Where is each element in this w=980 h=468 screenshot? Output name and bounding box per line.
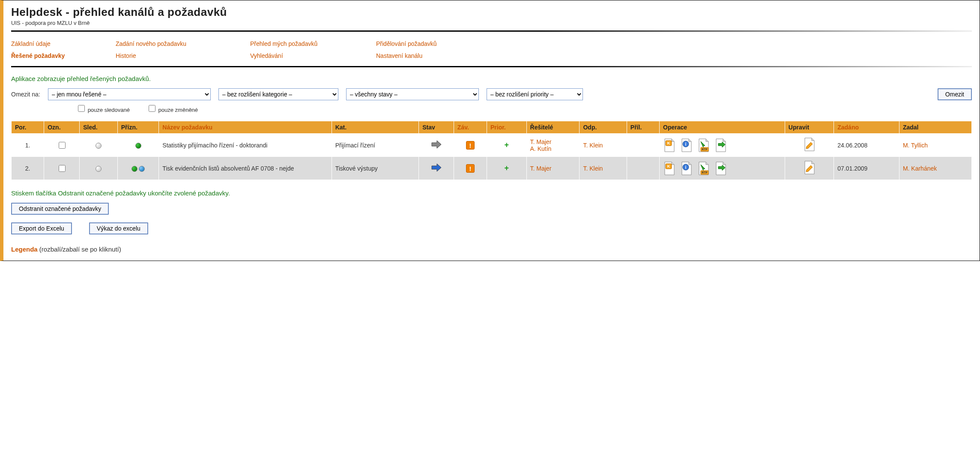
- nav-resene-pozadavky[interactable]: Řešené požadavky: [11, 50, 110, 62]
- watch-dot-icon[interactable]: [96, 143, 102, 149]
- op-rtf-icon[interactable]: RTF: [697, 138, 710, 153]
- op-info-icon[interactable]: i: [680, 138, 693, 153]
- notice-text: Stiskem tlačítka Odstranit označené poža…: [11, 189, 972, 197]
- svg-text:RTF: RTF: [702, 171, 708, 174]
- th-prior[interactable]: Prior.: [487, 121, 526, 134]
- cell-kat: Přijímací řízení: [332, 134, 419, 157]
- export-excel-button[interactable]: Export do Excelu: [11, 222, 72, 234]
- flag-dot-blue-icon: [139, 166, 145, 172]
- svg-text:i: i: [685, 142, 687, 147]
- th-stav: Stav: [419, 121, 454, 134]
- svg-text:RTF: RTF: [702, 148, 708, 151]
- flag-dot-green-icon: [135, 143, 141, 149]
- remove-selected-button[interactable]: Odstranit označené požadavky: [11, 203, 109, 215]
- row-select-checkbox[interactable]: [59, 165, 66, 172]
- th-odp: Odp.: [580, 121, 627, 134]
- submitter-link[interactable]: M. Tyllich: [903, 142, 928, 149]
- priority-plus-icon: +: [504, 141, 509, 149]
- nav-prehled-mych[interactable]: Přehled mých požadavků: [250, 38, 370, 50]
- th-sled: Sled.: [80, 121, 117, 134]
- filter-priority-select[interactable]: – bez rozlišení priority –: [487, 88, 583, 100]
- nav-nastaveni-kanalu[interactable]: Nastavení kanálu: [376, 50, 496, 62]
- op-comment-icon[interactable]: K: [663, 161, 676, 176]
- state-arrow-icon: [431, 166, 442, 173]
- page-title: Helpdesk - přehled kanálů a požadavků: [11, 6, 972, 19]
- chk-sledovane-text: pouze sledované: [88, 107, 130, 113]
- filter-category-select[interactable]: – bez rozlišení kategorie –: [218, 88, 338, 100]
- th-kat: Kat.: [332, 121, 419, 134]
- watch-dot-icon[interactable]: [96, 166, 102, 172]
- cell-nazev: Statistiky přijímacího řízení - doktoran…: [159, 134, 332, 157]
- chk-zmenene[interactable]: [149, 105, 155, 112]
- filter-submit-button[interactable]: Omezit: [938, 88, 972, 100]
- state-arrow-icon: [431, 143, 442, 150]
- severity-warn-icon: !: [466, 164, 475, 173]
- cell-pril: [627, 157, 659, 180]
- nav-zadani-noveho[interactable]: Zadání nového požadavku: [116, 38, 244, 50]
- edit-icon[interactable]: [803, 169, 816, 176]
- intro-text: Aplikace zobrazuje přehled řešených poža…: [11, 75, 972, 82]
- chk-sledovane-label[interactable]: pouze sledované: [76, 104, 130, 113]
- cell-zadano: 07.01.2009: [834, 157, 899, 180]
- th-zav[interactable]: Záv.: [454, 121, 487, 134]
- th-zadano[interactable]: Zadáno: [834, 121, 899, 134]
- nav-historie[interactable]: Historie: [116, 50, 244, 62]
- op-forward-icon[interactable]: [714, 138, 727, 153]
- vykaz-excel-button[interactable]: Výkaz do excelu: [89, 222, 148, 234]
- th-upravit: Upravit: [785, 121, 834, 134]
- cell-por: 1.: [12, 134, 44, 157]
- cell-nazev: Tisk evidenčních listů absolventů AF 070…: [159, 157, 332, 180]
- table-row: 2. Tisk evidenčních listů absolventů AF …: [12, 157, 972, 180]
- nav-vyhledavani[interactable]: Vyhledávání: [250, 50, 370, 62]
- cell-zadano: 24.06.2008: [834, 134, 899, 157]
- th-resitele: Řešitelé: [526, 121, 580, 134]
- nav-pridelovani[interactable]: Přidělování požadavků: [376, 38, 496, 50]
- row-select-checkbox[interactable]: [59, 142, 66, 149]
- cell-resitele: T. MajerA. Kutín: [526, 134, 580, 157]
- nav-menu: Základní údaje Zadání nového požadavku P…: [11, 38, 972, 62]
- edit-icon[interactable]: [803, 146, 816, 153]
- cell-pril: [627, 134, 659, 157]
- chk-sledovane[interactable]: [78, 105, 85, 112]
- divider: [11, 30, 972, 32]
- solver-link[interactable]: T. Majer: [530, 138, 552, 145]
- requests-table: Por. Ozn. Sled. Přízn. Název požadavku K…: [11, 121, 972, 180]
- filter-bar: Omezit na: – jen mnou řešené – – bez roz…: [11, 88, 972, 100]
- op-forward-icon[interactable]: [714, 161, 727, 176]
- filter-solver-select[interactable]: – jen mnou řešené –: [48, 88, 211, 100]
- flag-dot-green-icon: [131, 166, 137, 172]
- th-por: Por.: [12, 121, 44, 134]
- operations-cell: K i RTF: [663, 138, 781, 153]
- legend-label: Legenda: [11, 246, 38, 253]
- th-operace: Operace: [660, 121, 785, 134]
- submitter-link[interactable]: M. Karhánek: [903, 165, 937, 172]
- responsible-link[interactable]: T. Klein: [583, 142, 603, 149]
- cell-resitele: T. Majer: [526, 157, 580, 180]
- svg-text:K: K: [667, 164, 670, 168]
- solver-link[interactable]: A. Kutín: [530, 145, 552, 152]
- legend-toggle[interactable]: Legenda (rozbalí/zabalí se po kliknutí): [11, 246, 972, 253]
- th-ozn: Ozn.: [44, 121, 80, 134]
- legend-hint: (rozbalí/zabalí se po kliknutí): [39, 246, 121, 253]
- op-info-icon[interactable]: i: [680, 161, 693, 176]
- page-subtitle: UIS - podpora pro MZLU v Brně: [11, 20, 972, 26]
- cell-kat: Tiskové výstupy: [332, 157, 419, 180]
- chk-zmenene-label[interactable]: pouze změněné: [147, 104, 198, 113]
- priority-plus-icon: +: [504, 164, 509, 172]
- solver-link[interactable]: T. Majer: [530, 165, 552, 172]
- responsible-link[interactable]: T. Klein: [583, 165, 603, 172]
- filter-state-select[interactable]: – všechny stavy –: [346, 88, 479, 100]
- op-comment-icon[interactable]: K: [663, 138, 676, 153]
- op-rtf-icon[interactable]: RTF: [697, 161, 710, 176]
- nav-zakladni-udaje[interactable]: Základní údaje: [11, 38, 110, 50]
- severity-warn-icon: !: [466, 141, 475, 150]
- filter-label: Omezit na:: [11, 91, 40, 98]
- divider: [11, 66, 972, 67]
- svg-text:K: K: [667, 141, 670, 145]
- th-pril: Příl.: [627, 121, 659, 134]
- operations-cell: K i RTF: [663, 161, 781, 176]
- th-zadal: Zadal: [899, 121, 971, 134]
- table-row: 1. Statistiky přijímacího řízení - dokto…: [12, 134, 972, 157]
- th-nazev[interactable]: Název požadavku: [159, 121, 332, 134]
- cell-por: 2.: [12, 157, 44, 180]
